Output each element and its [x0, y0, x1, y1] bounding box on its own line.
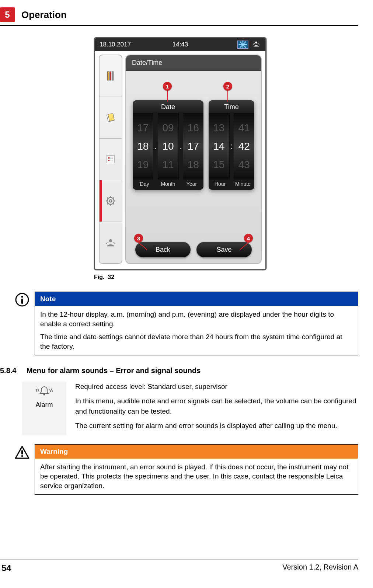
callout-4: 4 [244, 234, 253, 243]
sidebar-item-settings[interactable] [100, 180, 122, 222]
minute-wheel[interactable]: 41 42 43 [234, 113, 254, 180]
time-picker-header: Time [209, 100, 254, 113]
note-text-1: In the 12-hour display, a.m. (morning) a… [40, 310, 353, 328]
minute-label: Minute [231, 181, 254, 187]
svg-rect-26 [21, 299, 23, 304]
svg-line-22 [107, 203, 108, 205]
sidebar-item-slides[interactable] [100, 97, 122, 139]
header-divider [0, 25, 358, 26]
status-date: 18.10.2017 [100, 41, 131, 48]
note-text-2: The time and date settings cannot deviat… [40, 332, 353, 351]
callout-2: 2 [223, 82, 232, 91]
svg-point-14 [109, 200, 112, 202]
panel-title: Date/Time [126, 55, 261, 71]
note-box: Note In the 12-hour display, a.m. (morni… [15, 292, 358, 355]
svg-rect-9 [108, 160, 109, 161]
alarm-text-1: Required access level: Standard user, su… [75, 382, 358, 392]
callout-3: 3 [134, 234, 143, 243]
date-picker-header: Date [133, 100, 203, 113]
page-header: 5 Operation [0, 7, 358, 22]
warning-header: Warning [35, 445, 358, 459]
svg-rect-6 [107, 156, 114, 163]
back-button[interactable]: Back [135, 242, 191, 257]
svg-point-0 [255, 41, 257, 44]
save-button[interactable]: Save [196, 242, 252, 257]
date-picker: Date 17 18 19 . 09 [133, 100, 203, 190]
note-header: Note [35, 292, 358, 306]
device-sidebar [99, 55, 122, 264]
time-separator: : [230, 113, 234, 180]
hour-label: Hour [209, 181, 231, 187]
day-wheel[interactable]: 17 18 19 [133, 113, 153, 180]
svg-line-20 [113, 203, 114, 205]
svg-line-21 [113, 198, 114, 199]
bell-icon [22, 385, 66, 400]
svg-point-29 [21, 455, 23, 457]
svg-rect-2 [109, 72, 111, 80]
footer-divider [0, 560, 358, 560]
callout-line [167, 91, 168, 102]
status-time: 14:43 [172, 41, 188, 48]
alarm-section: Alarm Required access level: Standard us… [22, 382, 358, 435]
section-heading: 5.8.4 Menu for alarm sounds – Error and … [0, 366, 358, 375]
alarm-label: Alarm [22, 401, 66, 409]
sidebar-item-user[interactable] [100, 222, 122, 263]
alarm-icon: Alarm [22, 382, 66, 435]
svg-rect-7 [108, 157, 109, 158]
month-wheel[interactable]: 09 10 11 [158, 113, 178, 180]
status-bar: 18.10.2017 14:43 [95, 38, 265, 51]
warning-icon [15, 444, 31, 461]
warning-box: Warning After starting the instrument, a… [15, 444, 358, 495]
callout-1: 1 [163, 82, 172, 91]
svg-rect-1 [108, 72, 109, 80]
date-separator: . [153, 113, 158, 180]
sidebar-item-reagents[interactable] [100, 55, 122, 97]
svg-rect-28 [21, 450, 23, 455]
chapter-number-badge: 5 [0, 7, 15, 22]
callout-line [227, 91, 228, 102]
status-snowflake-icon [237, 41, 248, 49]
panel-content: 1 2 Date 17 [126, 71, 261, 236]
svg-point-25 [21, 296, 23, 298]
time-picker: Time 13 14 15 : 41 [209, 100, 254, 190]
alarm-text-2: In this menu, audible note and error sig… [75, 396, 358, 416]
page-footer: 54 Version 1.2, Revision A [0, 563, 358, 581]
figure-caption: Fig. 32 [94, 274, 114, 281]
version-label: Version 1.2, Revision A [282, 563, 358, 573]
sidebar-item-programs[interactable] [100, 139, 122, 180]
year-wheel[interactable]: 16 17 18 [183, 113, 203, 180]
chapter-title: Operation [21, 9, 67, 21]
svg-point-23 [109, 239, 112, 243]
warning-text: After starting the instrument, an error … [40, 462, 353, 491]
day-label: Day [133, 181, 156, 187]
status-user-icon [251, 40, 261, 50]
section-number: 5.8.4 [0, 366, 21, 375]
svg-point-27 [43, 393, 45, 395]
month-label: Month [156, 181, 180, 187]
section-title: Menu for alarm sounds – Error and signal… [27, 366, 201, 375]
alarm-text-3: The current setting for alarm and error … [75, 421, 358, 431]
hour-wheel[interactable]: 13 14 15 [209, 113, 230, 180]
settings-panel: Date/Time 1 2 Date [125, 55, 262, 264]
note-icon [15, 292, 31, 309]
device-screenshot: 18.10.2017 14:43 [94, 37, 266, 270]
svg-line-19 [107, 198, 108, 199]
svg-rect-8 [108, 158, 109, 159]
page-number: 54 [1, 563, 11, 573]
svg-rect-3 [112, 72, 113, 80]
year-label: Year [180, 181, 203, 187]
svg-point-13 [107, 198, 114, 205]
date-separator: . [179, 113, 183, 180]
